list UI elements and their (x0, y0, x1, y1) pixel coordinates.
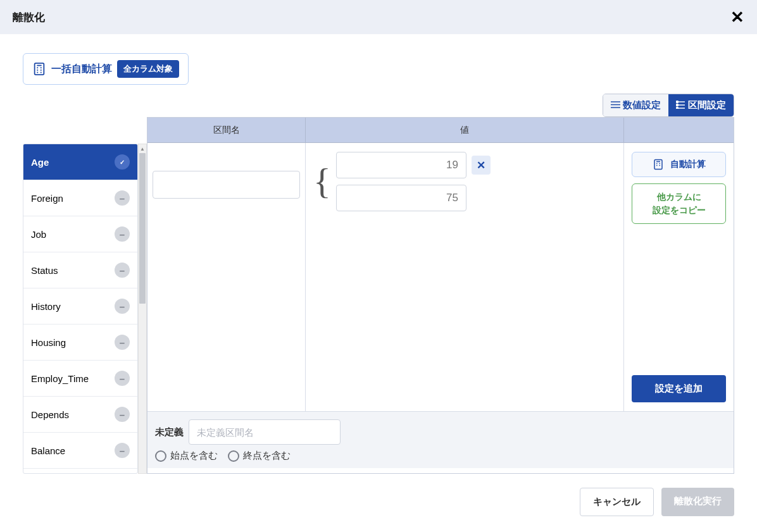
scroll-up-icon[interactable]: ▲ (139, 144, 146, 153)
dialog-title: 離散化 (13, 10, 45, 25)
radio-icon (228, 450, 239, 462)
cancel-button[interactable]: キャンセル (580, 488, 654, 516)
tab-numeric-label: 数値設定 (623, 99, 661, 111)
column-sidebar: Age ✓ Foreign – Job – Status – History –… (23, 144, 138, 474)
dash-icon: – (115, 299, 130, 314)
sidebar-item-age[interactable]: Age ✓ (23, 144, 137, 180)
sidebar-scrollbar[interactable]: ▲ (138, 144, 147, 474)
sidebar-item-foreign[interactable]: Foreign – (23, 180, 137, 216)
radio-include-start[interactable]: 始点を含む (155, 450, 218, 462)
dash-icon: – (115, 371, 130, 386)
dash-icon: – (115, 407, 130, 422)
radio-include-end[interactable]: 終点を含む (228, 450, 291, 462)
grid-header-action (624, 118, 734, 142)
sidebar-item-balance[interactable]: Balance – (23, 433, 137, 469)
interval-name-input[interactable] (153, 171, 300, 199)
copy-settings-button[interactable]: 他カラムに 設定をコピー (632, 183, 726, 224)
tab-interval[interactable]: 区間設定 (668, 94, 734, 116)
close-icon[interactable]: ✕ (730, 9, 744, 25)
sidebar-item-label: Status (31, 265, 58, 276)
sidebar-item-label: Depends (31, 409, 69, 420)
value-top-input[interactable] (336, 152, 466, 178)
value-bottom-input[interactable] (336, 185, 466, 211)
numeric-icon (611, 101, 620, 111)
sidebar-item-status[interactable]: Status – (23, 252, 137, 288)
svg-point-16 (677, 107, 679, 109)
batch-calc-label: 一括自動計算 (51, 63, 112, 76)
sidebar-item-label: Job (31, 229, 46, 240)
calculator-icon (32, 62, 46, 76)
radio-icon (155, 450, 166, 462)
radio-end-label: 終点を含む (243, 450, 291, 462)
sidebar-item-label: Foreign (31, 193, 63, 204)
batch-auto-calc-button[interactable]: 一括自動計算 全カラム対象 (23, 53, 189, 85)
sidebar-item-label: Age (31, 157, 49, 168)
sidebar-item-job[interactable]: Job – (23, 216, 137, 252)
dash-icon: – (115, 443, 130, 458)
dash-icon: – (115, 335, 130, 350)
dash-icon: – (115, 190, 130, 206)
check-icon: ✓ (115, 154, 130, 170)
auto-calc-button[interactable]: 自動計算 (632, 152, 726, 177)
undefined-name-input[interactable] (189, 419, 341, 445)
batch-chip: 全カラム対象 (117, 60, 179, 78)
copy-label-line2: 設定をコピー (637, 204, 720, 217)
sidebar-item-label: History (31, 301, 61, 312)
sidebar-item-label: Housing (31, 337, 66, 348)
sidebar-item-depends[interactable]: Depends – (23, 397, 137, 433)
sidebar-item-employ-time[interactable]: Employ_Time – (23, 361, 137, 397)
tab-numeric[interactable]: 数値設定 (603, 94, 668, 116)
tab-interval-label: 区間設定 (688, 99, 726, 111)
scroll-thumb[interactable] (139, 153, 146, 304)
svg-point-12 (677, 101, 679, 102)
svg-point-14 (677, 104, 679, 106)
auto-calc-label: 自動計算 (670, 159, 706, 170)
sidebar-item-label: Balance (31, 445, 65, 456)
grid-header-value: 値 (306, 118, 624, 142)
copy-label-line1: 他カラムに (637, 190, 720, 204)
sidebar-item-history[interactable]: History – (23, 288, 137, 325)
sidebar-item-housing[interactable]: Housing – (23, 325, 137, 361)
interval-icon (676, 101, 685, 111)
grid-header-name: 区間名 (147, 118, 306, 142)
sidebar-item-aim[interactable]: Aim – (23, 469, 137, 474)
execute-button[interactable]: 離散化実行 (661, 488, 734, 516)
calculator-icon (653, 159, 664, 170)
dash-icon: – (115, 226, 130, 242)
undefined-label: 未定義 (155, 426, 184, 438)
sidebar-item-label: Employ_Time (31, 373, 89, 384)
setting-tabs: 数値設定 区間設定 (603, 94, 734, 117)
radio-start-label: 始点を含む (170, 450, 218, 462)
add-setting-button[interactable]: 設定を追加 (632, 375, 726, 402)
dash-icon: – (115, 263, 130, 278)
brace-icon: { (313, 159, 331, 204)
remove-value-button[interactable]: ✕ (472, 156, 491, 175)
